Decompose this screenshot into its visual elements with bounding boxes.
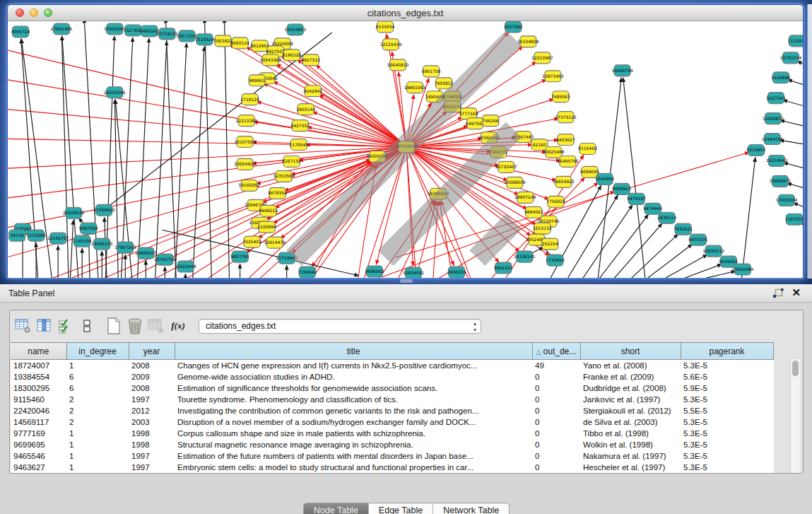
table-panel-header: Table Panel ✕ <box>0 284 812 303</box>
table-cell: 5.3E-5 <box>681 462 773 473</box>
table-cell: 2008 <box>129 360 175 371</box>
new-document-icon[interactable] <box>104 317 123 336</box>
table-cell: 2 <box>66 405 129 416</box>
network-window-title: citations_edges.txt <box>8 8 803 18</box>
resize-grip-icon[interactable] <box>8 21 801 276</box>
table-row[interactable]: 1938455462009Genome-wide association stu… <box>11 371 773 382</box>
table-cell: 5.3E-5 <box>681 439 773 450</box>
table-settings-icon[interactable] <box>13 317 33 336</box>
table-cell: Stergiakouli et al. (2012) <box>580 405 681 416</box>
table-cell: Tibbo et al. (1998) <box>580 428 681 439</box>
table-cell: 1 <box>66 360 129 371</box>
table-cell: 18724007 <box>11 360 66 371</box>
table-cell: 0 <box>532 405 580 416</box>
table-cell: Embryonic stem cells: a model to study s… <box>175 462 532 473</box>
table-panel-body: f(x) citations_edges.txt ▴▾ namein_degre… <box>9 310 804 474</box>
table-cell: Estimation of the future numbers of pati… <box>175 450 532 462</box>
application-window: citations_edges.txt 40557242769140610553… <box>0 0 812 514</box>
table-cell: Jankovic et al. (1997) <box>580 394 681 405</box>
table-cell: 5.6E-5 <box>681 371 773 382</box>
table-row[interactable]: 1872400712008Changes of HCN gene express… <box>11 360 773 371</box>
table-cell: 6 <box>66 382 129 394</box>
table-cell: 5.9E-5 <box>681 382 773 394</box>
table-cell: 1997 <box>129 450 175 462</box>
table-cell: Franke et al. (2009) <box>580 371 681 382</box>
table-row[interactable]: 977716911998Corpus callosum shape and si… <box>11 428 773 439</box>
column-header-short[interactable]: short <box>580 343 681 360</box>
table-cell: 0 <box>532 371 580 382</box>
table-cell: 14569117 <box>11 416 66 428</box>
select-all-icon[interactable] <box>56 317 75 336</box>
column-header-out-de-[interactable]: △out_de... <box>532 343 580 360</box>
network-window-titlebar[interactable]: citations_edges.txt <box>8 5 803 21</box>
table-cell: 0 <box>532 462 580 473</box>
split-divider-handle[interactable] <box>400 279 413 283</box>
table-cell: Investigating the contribution of common… <box>175 405 532 416</box>
traffic-lights <box>16 8 52 17</box>
show-columns-icon[interactable] <box>35 317 54 336</box>
column-header-name[interactable]: name <box>11 343 66 360</box>
table-tab-strip: Node TableEdge TableNetwork Table <box>10 500 803 514</box>
table-cell: Genome-wide association studies in ADHD. <box>175 371 532 382</box>
network-canvas[interactable]: 4055724276914061055328715276026466160107… <box>8 21 803 278</box>
table-row[interactable]: 946362711997Embryonic stem cells: a mode… <box>11 462 773 473</box>
dropdown-arrows-icon: ▴▾ <box>473 320 476 333</box>
table-cell: 0 <box>532 428 580 439</box>
table-cell: 9777169 <box>11 428 66 439</box>
table-cell: 0 <box>532 439 580 450</box>
table-panel: Table Panel ✕ <box>0 284 812 514</box>
table-cell: 0 <box>532 382 580 394</box>
table-scrollbar-thumb[interactable] <box>792 361 799 376</box>
table-cell: 49 <box>532 360 580 371</box>
table-cell: 1997 <box>129 394 175 405</box>
table-row[interactable]: 946554611997Estimation of the future num… <box>11 450 773 462</box>
table-selector-dropdown[interactable]: citations_edges.txt ▴▾ <box>199 319 481 334</box>
table-cell: de Silva et al. (2003) <box>580 416 681 428</box>
attribute-table: namein_degreeyeartitle△out_de...shortpag… <box>11 342 774 473</box>
rows-icon[interactable] <box>77 317 96 336</box>
table-cell: 9699695 <box>11 439 66 450</box>
table-cell: 2003 <box>129 416 175 428</box>
tab-network-table[interactable]: Network Table <box>433 503 509 514</box>
table-cell: Wolkin et al. (1998) <box>580 439 681 450</box>
table-cell: 2008 <box>129 382 175 394</box>
minimize-window-button[interactable] <box>30 8 38 17</box>
table-row[interactable]: 969969511998Structural magnetic resonanc… <box>11 439 773 450</box>
table-row[interactable]: 1456911722003Disruption of a novel membe… <box>11 416 773 428</box>
table-cell: 1 <box>66 450 129 462</box>
table-cell: 5.3E-5 <box>681 450 773 462</box>
table-cell: Corpus callosum shape and size in male p… <box>175 428 532 439</box>
table-cell: 9465546 <box>11 450 66 462</box>
table-cell: 5.3E-5 <box>681 416 773 428</box>
delete-icon[interactable] <box>125 317 144 336</box>
table-cell: 1998 <box>129 439 175 450</box>
table-toolbar: f(x) citations_edges.txt ▴▾ <box>10 310 803 341</box>
table-cell: Structural magnetic resonance image aver… <box>175 439 532 450</box>
table-cell: 2009 <box>129 371 175 382</box>
tab-edge-table[interactable]: Edge Table <box>369 503 433 514</box>
zoom-window-button[interactable] <box>44 8 52 17</box>
table-selector-value: citations_edges.txt <box>206 321 276 331</box>
table-row[interactable]: 1830029562008Estimation of significance … <box>11 382 773 394</box>
table-cell: 1998 <box>129 428 175 439</box>
table-cell: 2 <box>66 416 129 428</box>
column-header-title[interactable]: title <box>175 343 532 360</box>
table-cell: Estimation of significance thresholds fo… <box>175 382 532 394</box>
background-window-edge[interactable] <box>807 4 812 279</box>
tab-node-table[interactable]: Node Table <box>304 503 369 514</box>
table-cell: 0 <box>532 394 580 405</box>
close-panel-icon[interactable]: ✕ <box>792 286 801 299</box>
table-row[interactable]: 911546021997Tourette syndrome. Phenomeno… <box>11 394 773 405</box>
table-panel-title: Table Panel <box>8 288 54 298</box>
float-panel-icon[interactable] <box>772 288 784 301</box>
column-header-year[interactable]: year <box>129 343 175 360</box>
table-cell: 2012 <box>129 405 175 416</box>
column-header-pagerank[interactable]: pagerank <box>681 343 773 360</box>
function-builder-icon[interactable]: f(x) <box>167 320 189 332</box>
table-scrollbar[interactable] <box>790 359 800 473</box>
table-row[interactable]: 2242004622012Investigating the contribut… <box>11 405 773 416</box>
column-header-in-degree[interactable]: in_degree <box>66 343 129 360</box>
delete-table-icon[interactable] <box>146 317 165 336</box>
close-window-button[interactable] <box>16 8 24 17</box>
table-cell: 1 <box>66 462 129 473</box>
